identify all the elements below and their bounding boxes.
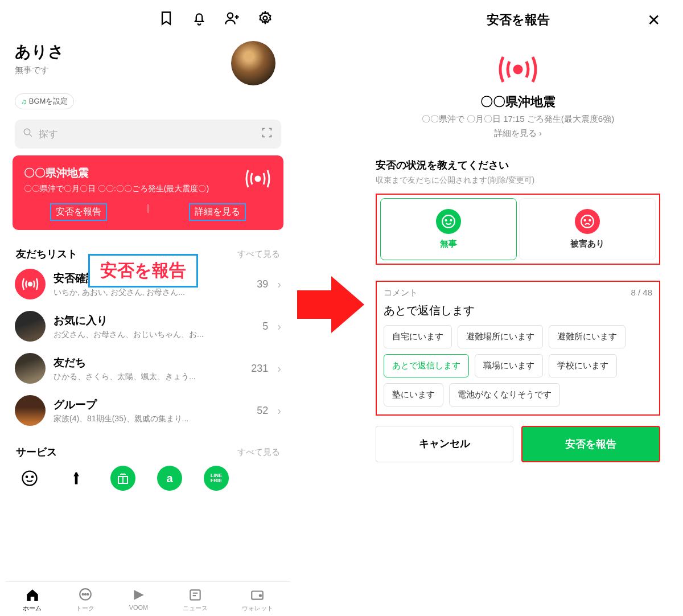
search-placeholder: 探す bbox=[39, 128, 58, 141]
friend-title: グループ bbox=[54, 397, 249, 412]
friend-row-favorites[interactable]: お気に入りお父さん、お母さん、おじいちゃん、お... 5› bbox=[6, 305, 290, 347]
svg-point-13 bbox=[581, 215, 594, 228]
service-app[interactable]: a bbox=[157, 466, 182, 491]
friend-sub: 家族(4)、81期生(35)、親戚の集まり... bbox=[54, 414, 249, 424]
svg-point-6 bbox=[26, 476, 28, 478]
friend-count: 39 bbox=[257, 278, 268, 290]
quick-chip[interactable]: 学校にいます bbox=[549, 354, 617, 377]
svg-point-5 bbox=[23, 471, 37, 486]
tab-label: ホーム bbox=[23, 604, 42, 613]
option-safe-label: 無事 bbox=[440, 239, 457, 249]
search-icon bbox=[23, 128, 33, 141]
quick-chip[interactable]: 電池がなくなりそうです bbox=[449, 383, 560, 406]
friend-title: 友だち bbox=[54, 355, 243, 370]
friend-sub: いちか, あおい, お父さん, お母さん... bbox=[54, 288, 249, 298]
tab-wallet[interactable]: ウォレット bbox=[242, 588, 273, 613]
quick-chip[interactable]: 自宅にいます bbox=[384, 325, 452, 348]
profile-name[interactable]: ありさ bbox=[15, 41, 231, 63]
cancel-button[interactable]: キャンセル bbox=[376, 426, 513, 462]
friend-row-friends[interactable]: 友だちひかる、さくら、太陽、颯太、きょう... 231› bbox=[6, 347, 290, 389]
view-detail-button[interactable]: 詳細を見る bbox=[189, 203, 246, 221]
quake-subtitle: 〇〇県沖で 〇月〇日 17:15 ごろ発生(最大震度6強) bbox=[364, 114, 672, 125]
music-note-icon: ♫ bbox=[21, 97, 27, 106]
service-row: a LINEFRIE bbox=[6, 461, 290, 491]
top-toolbar bbox=[6, 0, 290, 34]
comment-section: コメント 8 / 48 あとで返信します 自宅にいます避難場所にいます避難所にい… bbox=[376, 281, 660, 416]
search-input[interactable]: 探す bbox=[15, 120, 281, 149]
signal-icon bbox=[364, 51, 672, 88]
friend-sub: ひかる、さくら、太陽、颯太、きょう... bbox=[54, 372, 243, 382]
signal-icon bbox=[15, 269, 46, 299]
tab-voom[interactable]: VOOM bbox=[129, 588, 149, 613]
svg-point-11 bbox=[446, 220, 447, 221]
status-question: 安否の状況を教えてください bbox=[376, 158, 660, 172]
close-icon[interactable]: ✕ bbox=[647, 11, 660, 30]
svg-point-9 bbox=[515, 66, 521, 73]
signal-icon bbox=[244, 167, 272, 193]
quick-chip[interactable]: 塾にいます bbox=[384, 383, 443, 406]
svg-point-14 bbox=[585, 220, 586, 221]
scan-icon[interactable] bbox=[261, 126, 273, 142]
svg-point-1 bbox=[264, 17, 268, 20]
alert-title: 〇〇県沖地震 bbox=[24, 166, 272, 180]
avatar bbox=[15, 353, 46, 384]
see-all-services[interactable]: すべて見る bbox=[237, 447, 280, 458]
comment-label: コメント bbox=[384, 288, 418, 298]
gear-icon[interactable] bbox=[257, 10, 273, 28]
quick-comment-chips: 自宅にいます避難場所にいます避難所にいますあとで返信します職場にいます学校にいま… bbox=[384, 325, 652, 406]
modal-title: 安否を報告 bbox=[487, 11, 550, 28]
sad-icon bbox=[575, 209, 600, 234]
quake-title: 〇〇県沖地震 bbox=[364, 93, 672, 110]
quick-chip[interactable]: 職場にいます bbox=[475, 354, 543, 377]
bgm-button[interactable]: ♫BGMを設定 bbox=[15, 93, 74, 109]
tab-news[interactable]: ニュース bbox=[183, 588, 208, 613]
svg-point-3 bbox=[256, 176, 260, 181]
arrow-icon bbox=[297, 273, 365, 338]
service-gift[interactable] bbox=[110, 466, 135, 491]
callout-annotation: 安否を報告 bbox=[88, 254, 198, 288]
quick-chip[interactable]: あとで返信します bbox=[384, 354, 469, 377]
safety-alert-card[interactable]: 〇〇県沖地震 〇〇県沖で〇月〇日 〇〇:〇〇ごろ発生(最大震度〇) 安否を報告 … bbox=[13, 155, 283, 230]
report-safety-button[interactable]: 安否を報告 bbox=[50, 203, 107, 221]
status-options: 無事 被害あり bbox=[376, 194, 660, 265]
friend-count: 5 bbox=[262, 321, 268, 332]
friend-row-groups[interactable]: グループ家族(4)、81期生(35)、親戚の集まり... 52› bbox=[6, 389, 290, 432]
quake-detail-link[interactable]: 詳細を見る › bbox=[364, 128, 672, 139]
service-friends[interactable]: LINEFRIE bbox=[204, 466, 229, 491]
avatar[interactable] bbox=[231, 41, 275, 85]
tab-label: トーク bbox=[76, 604, 94, 613]
chevron-right-icon: › bbox=[277, 362, 281, 375]
option-danger[interactable]: 被害あり bbox=[519, 198, 656, 260]
chevron-right-icon: › bbox=[277, 278, 281, 291]
option-danger-label: 被害あり bbox=[570, 239, 604, 249]
avatar bbox=[15, 311, 46, 342]
comment-input[interactable]: あとで返信します bbox=[384, 303, 652, 318]
service-sticker[interactable] bbox=[17, 466, 42, 491]
service-theme[interactable] bbox=[64, 466, 89, 491]
alert-subtitle: 〇〇県沖で〇月〇日 〇〇:〇〇ごろ発生(最大震度〇) bbox=[24, 184, 272, 194]
safety-report-modal: 安否を報告 ✕ 〇〇県沖地震 〇〇県沖で 〇月〇日 17:15 ごろ発生(最大震… bbox=[364, 0, 672, 491]
avatar bbox=[15, 395, 46, 426]
friend-title: お気に入り bbox=[54, 313, 254, 328]
smile-icon bbox=[436, 209, 461, 234]
comment-counter: 8 / 48 bbox=[631, 288, 652, 298]
quick-chip[interactable]: 避難場所にいます bbox=[458, 325, 543, 348]
chevron-right-icon: › bbox=[277, 320, 281, 333]
option-safe[interactable]: 無事 bbox=[380, 198, 517, 260]
home-screen: ありさ 無事です ♫BGMを設定 探す 〇〇県沖地震 〇〇県沖で〇月〇日 〇〇:… bbox=[6, 0, 290, 491]
svg-point-22 bbox=[260, 594, 261, 596]
svg-point-15 bbox=[589, 220, 590, 221]
submit-button[interactable]: 安否を報告 bbox=[521, 426, 660, 462]
add-friend-icon[interactable] bbox=[224, 10, 240, 28]
svg-point-4 bbox=[28, 282, 32, 286]
status-note: 収束まで友だちに公開されます(削除/変更可) bbox=[376, 175, 660, 186]
bookmark-icon[interactable] bbox=[158, 10, 174, 28]
see-all-friends[interactable]: すべて見る bbox=[237, 249, 280, 260]
tab-home[interactable]: ホーム bbox=[23, 588, 42, 613]
tab-label: ニュース bbox=[183, 604, 208, 613]
tab-talk[interactable]: トーク bbox=[76, 588, 94, 613]
bell-icon[interactable] bbox=[191, 10, 207, 28]
tab-label: ウォレット bbox=[242, 604, 273, 613]
quick-chip[interactable]: 避難所にいます bbox=[549, 325, 626, 348]
profile-status: 無事です bbox=[15, 65, 231, 76]
